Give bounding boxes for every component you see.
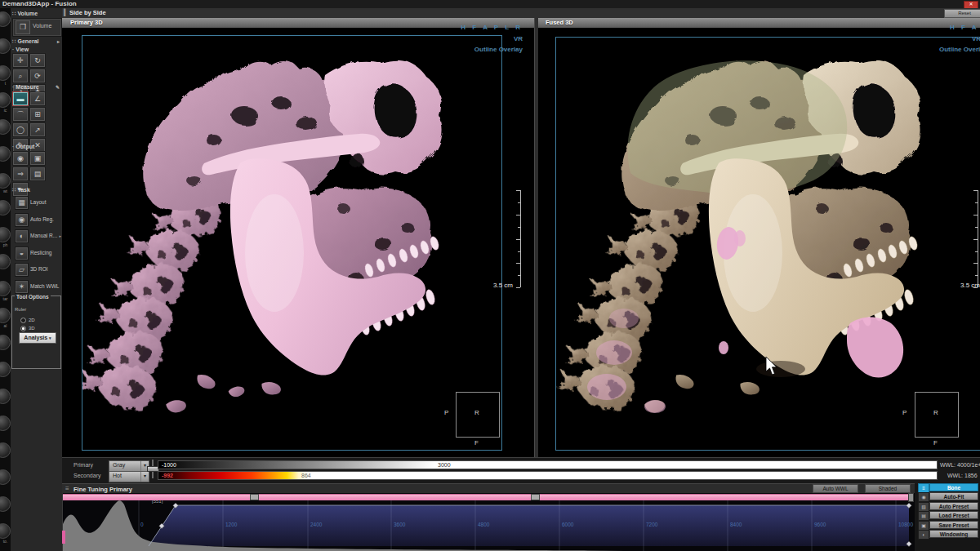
auto-preset-button-label[interactable]: Auto Preset [929, 502, 978, 510]
arc-icon[interactable]: ⌒ [12, 107, 29, 122]
secondary-gradient-bar[interactable]: -992 864 [158, 471, 938, 480]
strip-tool-2[interactable]: t [0, 65, 11, 91]
task-manual-reg[interactable]: ◐Manual R...▸ [12, 229, 61, 244]
strip-tool-7[interactable] [0, 200, 11, 226]
preset-bone-label[interactable]: Bone [929, 483, 978, 491]
window-title: Demand3DApp - Fusion [2, 0, 77, 7]
windowing-button-label[interactable]: Windowing [929, 530, 978, 538]
auto-preset-button-icon[interactable]: ▧ [918, 502, 929, 512]
save-preset-button-label[interactable]: Save Preset [929, 521, 978, 529]
windowing-button-icon[interactable]: ◐ [918, 530, 929, 540]
arrow-annotation-icon[interactable]: ↗ [29, 122, 46, 137]
histogram-panel[interactable]: [551] 0120024003600480060007200840096001… [62, 493, 915, 551]
task-auto-reg[interactable]: ◉Auto Reg. [12, 212, 61, 228]
ruler-tick [975, 275, 978, 276]
ruler-tick [518, 251, 520, 252]
strip-tool-18[interactable] [0, 496, 11, 522]
histogram-left-handle[interactable] [62, 531, 65, 544]
task-layout[interactable]: ▦Layout [12, 195, 61, 211]
export-icon[interactable]: ⇒ [12, 167, 29, 181]
radio-icon [20, 326, 26, 331]
strip-tool-9[interactable] [0, 254, 11, 280]
section-bullet-icon: ∷ [12, 11, 16, 16]
rotate-icon[interactable]: ↻ [29, 53, 46, 68]
ellipse-icon[interactable]: ◯ [12, 122, 29, 137]
task-3d-roi[interactable]: ▱3D ROI [12, 262, 61, 278]
strip-tool-19[interactable]: to. [0, 523, 11, 549]
load-preset-button-icon[interactable]: ▤ [918, 511, 929, 521]
tool-icon [0, 119, 11, 135]
orbit-icon: ⟳ [34, 72, 41, 80]
auto-preset-button[interactable]: ▧Auto Preset [918, 502, 980, 510]
auto-wwl-button[interactable]: Auto WWL [813, 484, 858, 493]
secondary-colormap-select[interactable]: Hot ▾ [109, 471, 149, 482]
windowing-button[interactable]: ◐Windowing [918, 530, 980, 538]
analysis-button[interactable]: Analysis ▾ [19, 332, 56, 344]
strip-tool-4[interactable] [0, 119, 11, 145]
orbit-icon[interactable]: ⟳ [29, 69, 46, 83]
frame-icon[interactable]: ▣ [29, 151, 46, 166]
preset-bone[interactable]: ≡Bone [918, 483, 980, 491]
strip-tool-11[interactable]: al [0, 308, 11, 334]
auto-fit-button[interactable]: ◉Auto-Fit [918, 492, 980, 500]
strip-tool-0[interactable] [0, 11, 11, 38]
reset-button[interactable]: Reset [944, 9, 980, 18]
pane-divider[interactable] [534, 18, 538, 457]
strip-tool-1[interactable] [0, 38, 11, 64]
auto-fit-button-label[interactable]: Auto-Fit [929, 492, 978, 500]
ruler-radio-2d[interactable]: 2D [20, 318, 35, 325]
strip-tool-12[interactable] [0, 335, 11, 361]
strip-tool-6[interactable]: wt [0, 173, 11, 199]
save-preset-button-icon[interactable]: ▣ [918, 521, 929, 531]
strip-tool-14[interactable] [0, 389, 11, 415]
general-section-header[interactable]: ∷General ▸ [12, 38, 60, 45]
strip-tool-13[interactable] [0, 362, 11, 388]
range-bar-end-handle[interactable] [908, 493, 914, 502]
tool-icon [0, 335, 11, 350]
load-preset-button[interactable]: ▤Load Preset [918, 511, 980, 519]
task-match-wwl[interactable]: ✶Match WWL [12, 279, 61, 295]
angle-icon[interactable]: ∠ [29, 91, 46, 106]
strip-tool-5[interactable] [0, 146, 11, 172]
shaded-button[interactable]: Shaded [865, 484, 911, 493]
range-bar-handle[interactable] [250, 494, 259, 500]
print-icon[interactable]: ▤ [29, 167, 46, 181]
bidirectional-icon[interactable]: ⊞ [29, 107, 46, 122]
primary-gradient-bar[interactable]: -1000 3000 [158, 460, 938, 469]
primary-viewport-border [82, 35, 502, 451]
ruler-icon[interactable]: ▬ [12, 91, 29, 106]
auto-fit-button-icon[interactable]: ◉ [918, 492, 929, 502]
strip-tool-16[interactable] [0, 442, 11, 469]
volume-button[interactable]: ❐ Volume [12, 18, 62, 37]
measure-subsection-header: ·Measure ✎ [12, 84, 60, 90]
tool-icon [0, 308, 11, 323]
zoom-icon[interactable]: ⌕ [12, 69, 29, 83]
snapshot-icon: ◉ [17, 154, 24, 162]
pan-icon[interactable]: ✛ [12, 53, 29, 68]
expand-arrow-icon[interactable]: ▸ [57, 38, 60, 44]
fine-tuning-range-bar[interactable] [63, 494, 913, 500]
strip-tool-17[interactable] [0, 469, 11, 495]
strip-tool-8[interactable]: ph [0, 227, 11, 253]
render-mode-label: VR [972, 35, 980, 42]
tool-label: al [0, 323, 11, 328]
section-marker-icon: ▍ [64, 9, 69, 16]
range-bar-handle[interactable] [531, 494, 540, 500]
tool-options-panel: Tool Options Ruler 2D3D Analysis ▾ [11, 295, 61, 369]
view-subsection-header: ·View [12, 47, 60, 52]
strip-tool-3[interactable]: ic [0, 92, 11, 118]
tool-icon [0, 227, 11, 242]
task-match-wwl-label: Match WWL [30, 283, 59, 289]
sidebar: ∷Volume ❐ Volume ∷General ▸ ·View ✛↻⌕⟳◑✦… [11, 8, 63, 551]
ruler-tick [516, 215, 520, 216]
tool-label: to. [0, 539, 11, 544]
strip-tool-10[interactable]: tar [0, 281, 11, 307]
load-preset-button-label[interactable]: Load Preset [929, 511, 978, 519]
strip-tool-15[interactable] [0, 415, 11, 442]
window-region[interactable] [149, 505, 909, 546]
save-preset-button[interactable]: ▣Save Preset [918, 521, 980, 529]
task-reslicing[interactable]: ◒Reslicing [12, 246, 61, 261]
primary-colormap-select[interactable]: Gray ▾ [109, 460, 149, 472]
preset-bone-icon[interactable]: ≡ [918, 483, 929, 493]
snapshot-icon[interactable]: ◉ [12, 151, 29, 166]
